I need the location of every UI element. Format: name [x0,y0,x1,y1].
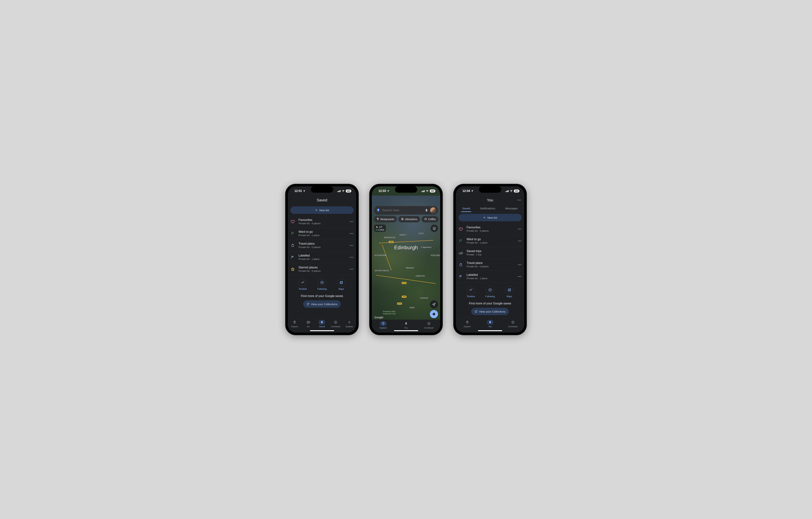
battery-icon: 100 [430,190,435,192]
tab-notifications[interactable]: Notifications [479,204,496,212]
nav-updates[interactable]: Updates [344,320,355,328]
star-icon [291,267,295,271]
bell-icon [346,320,353,325]
row-overflow-button[interactable] [350,257,353,257]
list-row-star[interactable]: Starred places Private list · 6 places [288,263,356,275]
action-timeline[interactable]: Timeline [467,286,475,298]
list-row-trips[interactable]: Saved trips Private · 1 trip [456,247,524,259]
list-title: Travel plans [298,242,346,245]
google-logo: Google [374,316,383,319]
road-label: A720 [402,282,406,284]
notch [311,186,333,193]
action-following[interactable]: Following [317,278,327,290]
home-indicator[interactable] [394,330,418,331]
area-label: Roslin [409,307,415,309]
content-scroll[interactable]: New list Favourites Private list · 4 pla… [288,204,356,318]
tab-saved[interactable]: Saved [461,204,471,212]
nav-explore[interactable]: Explore [378,321,389,329]
directions-button[interactable] [430,310,438,318]
home-indicator[interactable] [478,330,502,331]
location-arrow-icon [303,190,306,192]
saved-lists: Favourites Private list · 4 places Want … [456,223,524,282]
list-row-flag[interactable]: Want to go Private list · 1 place [288,227,356,240]
list-subtitle: Private list · 6 places [298,270,346,272]
list-row-heart[interactable]: Favourites Private list · 4 places [288,216,356,227]
layers-button[interactable] [431,225,438,232]
nav-go[interactable]: Go [303,320,314,328]
search-bar[interactable] [374,206,438,215]
nav-label: Explore [289,325,300,328]
list-title: Labelled [467,273,514,277]
chip-cart[interactable] [440,216,440,222]
account-avatar[interactable] [430,207,436,213]
nav-label: Go [303,325,314,328]
row-overflow-button[interactable] [518,276,521,277]
list-row-suitcase[interactable]: Travel plans Private list · 0 places [288,240,356,251]
new-list-button[interactable]: New list [458,214,522,221]
view-collections-button[interactable]: View your Collections [303,300,341,308]
list-row-heart[interactable]: Favourites Private list · 4 places [456,223,524,235]
row-overflow-button[interactable] [350,245,353,246]
label-flag-icon [291,255,295,259]
chip-attractions[interactable]: Attractions [398,216,420,222]
new-list-button[interactable]: New list [290,207,354,214]
list-row-flag[interactable]: Want to go Private list · 1 place [456,235,524,247]
row-overflow-button[interactable] [350,233,353,234]
search-input[interactable] [382,209,423,212]
road-label: A703 [402,296,406,298]
microphone-icon[interactable] [425,209,428,212]
nav-you[interactable]: You [485,320,496,328]
cellular-signal-icon [422,190,425,192]
tab-messages[interactable]: Messages [504,204,519,212]
chip-label: Coffee [428,218,436,221]
action-timeline[interactable]: Timeline [298,278,307,290]
chip-restaurants[interactable]: Restaurants [374,216,397,222]
content-scroll[interactable]: New list Favourites Private list · 4 pla… [456,212,524,318]
find-more-heading: Find more of your Google saves [288,294,356,298]
car-icon [305,320,312,325]
list-row-label-flag[interactable]: Labelled Private list · 1 place [288,251,356,263]
action-maps[interactable]: Maps [337,278,345,290]
row-overflow-button[interactable] [350,269,353,270]
nav-label: Contribute [508,325,519,328]
home-indicator[interactable] [310,330,334,331]
page-title: You [456,196,524,204]
nav-contribute[interactable]: Contribute [423,321,434,329]
row-overflow-button[interactable] [518,241,521,241]
flag-icon [291,231,295,236]
map-canvas[interactable]: A902A720A703A702 MUIRHOUSETRINITYLEITHCr… [372,196,440,333]
chip-coffee[interactable]: Coffee [422,216,438,222]
nav-contribute[interactable]: Contribute [330,320,341,328]
location-arrow-icon [387,190,389,192]
following-icon [318,278,326,286]
area-label: TRINITY [399,234,406,236]
list-title: Travel plans [467,262,514,265]
suitcase-icon [459,263,463,267]
saved-lists: Favourites Private list · 4 places Want … [288,216,356,275]
find-more-heading: Find more of your Google saves [456,302,524,305]
list-row-suitcase[interactable]: Travel plans Private list · 0 places [456,259,524,271]
svg-point-17 [460,254,461,254]
view-collections-button[interactable]: View your Collections [471,308,509,315]
nav-label: Updates [344,325,355,328]
nav-saved[interactable]: Saved [316,320,327,328]
locate-me-button[interactable] [430,300,438,308]
category-chip-row[interactable]: RestaurantsAttractionsCoffee [374,216,440,222]
row-overflow-button[interactable] [518,264,521,265]
action-following[interactable]: Following [486,286,495,298]
nav-label: You [485,325,496,328]
nav-explore[interactable]: Explore [462,320,473,328]
weather-badge[interactable]: 14° 2 DAQI [374,225,386,232]
row-overflow-button[interactable] [518,229,521,229]
tab-bar: SavedNotificationsMessages [456,204,524,212]
coffee-icon [424,218,427,221]
nav-you[interactable]: You [401,321,412,329]
nav-explore[interactable]: Explore [289,320,300,328]
nav-contribute[interactable]: Contribute [508,320,519,328]
page-title: Saved [288,196,356,204]
row-overflow-button[interactable] [350,221,353,222]
list-row-label-flag[interactable]: Labelled Private list · 1 place [456,271,524,282]
statusbar-time: 12:01 [294,189,302,193]
action-maps[interactable]: Maps [505,286,514,298]
overflow-menu-button[interactable] [518,200,521,200]
